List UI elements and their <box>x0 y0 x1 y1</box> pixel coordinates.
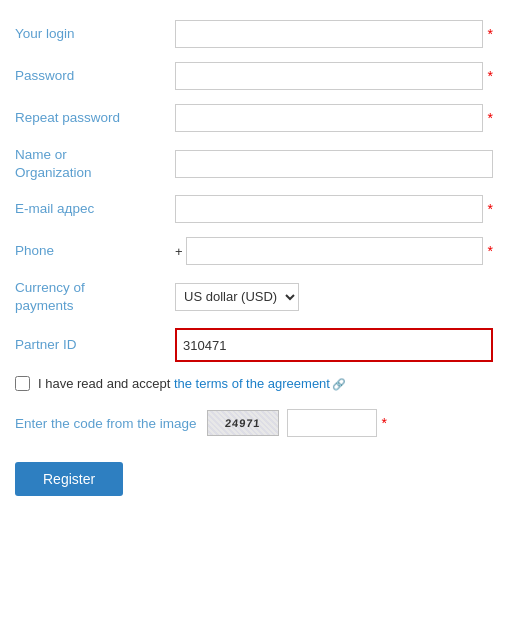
login-row: Your login * <box>15 20 493 48</box>
currency-label: Currency ofpayments <box>15 279 175 314</box>
phone-field-wrap: + * <box>175 237 493 265</box>
email-required: * <box>488 201 493 217</box>
partner-id-row: Partner ID <box>15 328 493 362</box>
login-input[interactable] <box>175 20 483 48</box>
phone-input[interactable] <box>186 237 483 265</box>
repeat-password-input[interactable] <box>175 104 483 132</box>
terms-text: I have read and accept <box>38 376 174 391</box>
phone-row: Phone + * <box>15 237 493 265</box>
phone-required: * <box>488 243 493 259</box>
captcha-required: * <box>382 415 387 431</box>
login-field-wrap: * <box>175 20 493 48</box>
terms-label: I have read and accept the terms of the … <box>38 376 346 391</box>
register-button[interactable]: Register <box>15 462 123 496</box>
phone-label: Phone <box>15 242 175 260</box>
currency-field-wrap: US dollar (USD) Euro (EUR) GBP <box>175 283 493 311</box>
phone-plus: + <box>175 244 183 259</box>
external-link-icon: 🔗 <box>332 378 346 390</box>
password-row: Password * <box>15 62 493 90</box>
password-input[interactable] <box>175 62 483 90</box>
terms-link[interactable]: the terms of the agreement <box>174 376 330 391</box>
currency-select[interactable]: US dollar (USD) Euro (EUR) GBP <box>175 283 299 311</box>
captcha-input[interactable] <box>287 409 377 437</box>
partner-id-label: Partner ID <box>15 336 175 354</box>
captcha-row: Enter the code from the image 24971 * <box>15 409 493 437</box>
partner-id-field-wrap <box>175 328 493 362</box>
repeat-password-required: * <box>488 110 493 126</box>
name-org-label: Name orOrganization <box>15 146 175 181</box>
email-input[interactable] <box>175 195 483 223</box>
partner-id-input[interactable] <box>175 328 493 362</box>
password-required: * <box>488 68 493 84</box>
captcha-text: 24971 <box>224 417 261 429</box>
name-org-input[interactable] <box>175 150 493 178</box>
repeat-password-label: Repeat password <box>15 109 175 127</box>
email-label: E-mail адрес <box>15 200 175 218</box>
terms-checkbox-row: I have read and accept the terms of the … <box>15 376 493 391</box>
login-required: * <box>488 26 493 42</box>
repeat-password-field-wrap: * <box>175 104 493 132</box>
name-org-field-wrap <box>175 150 493 178</box>
repeat-password-row: Repeat password * <box>15 104 493 132</box>
email-field-wrap: * <box>175 195 493 223</box>
captcha-label: Enter the code from the image <box>15 416 197 431</box>
login-label: Your login <box>15 25 175 43</box>
register-button-wrap: Register <box>15 457 493 496</box>
password-field-wrap: * <box>175 62 493 90</box>
terms-checkbox[interactable] <box>15 376 30 391</box>
name-org-row: Name orOrganization <box>15 146 493 181</box>
password-label: Password <box>15 67 175 85</box>
email-row: E-mail адрес * <box>15 195 493 223</box>
captcha-image: 24971 <box>207 410 279 436</box>
currency-row: Currency ofpayments US dollar (USD) Euro… <box>15 279 493 314</box>
